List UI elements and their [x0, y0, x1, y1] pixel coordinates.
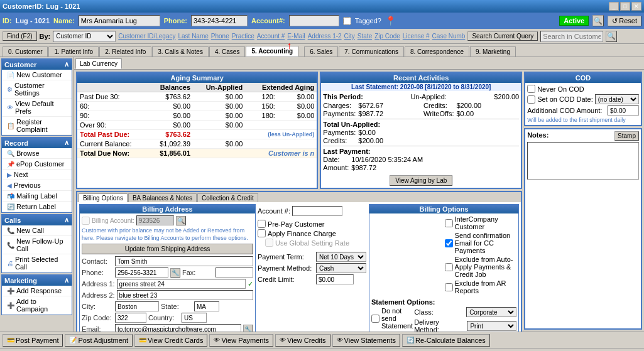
address2-input[interactable]	[117, 290, 253, 300]
finance-charge-checkbox[interactable]	[258, 229, 266, 237]
search-in-customer-input[interactable]	[540, 31, 603, 42]
customer-id-legacy-link[interactable]: Customer ID/Legacy	[118, 33, 175, 40]
sidebar-customer-header[interactable]: Customer ∧	[2, 59, 72, 70]
tab-calls-notes[interactable]: 3. Calls & Notes	[152, 46, 209, 57]
send-confirmation-checkbox[interactable]	[445, 239, 453, 247]
reset-btn[interactable]: ↺ Reset	[608, 16, 641, 26]
last-name-link[interactable]: Last Name	[178, 33, 208, 40]
do-not-send-checkbox[interactable]	[371, 315, 379, 323]
close-btn[interactable]: ✕	[631, 2, 641, 11]
sidebar-item-view-default-prefs[interactable]: 👁 View Default Prefs	[2, 99, 72, 117]
email-input[interactable]	[115, 324, 241, 332]
intercompany-checkbox[interactable]	[445, 219, 453, 227]
sidebar-item-previous[interactable]: ◀ Previous	[2, 180, 72, 191]
practice-link[interactable]: Practice	[232, 33, 254, 40]
notes-textarea[interactable]	[527, 142, 639, 180]
email-link[interactable]: E-Mail	[287, 33, 305, 40]
sidebar-item-new-customer[interactable]: 📄 New Customer	[2, 70, 72, 80]
zip-link[interactable]: Zip Code	[374, 33, 400, 40]
never-on-cod-checkbox[interactable]	[527, 85, 535, 93]
sidebar-item-add-response[interactable]: ➕ Add Response	[2, 286, 72, 296]
recalculate-balances-btn[interactable]: 🔄 Re-Calculate Balances	[402, 334, 490, 347]
sidebar-item-new-call[interactable]: 📞 New Call	[2, 225, 72, 236]
tab-customer[interactable]: 0. Customer	[3, 46, 48, 57]
billing-tab-collection[interactable]: Collection & Credit	[197, 193, 258, 202]
view-payments-btn[interactable]: 👁 View Payments	[209, 334, 273, 347]
account-num-input[interactable]	[292, 206, 342, 216]
sidebar-item-return-label[interactable]: 🔄 Return Label	[2, 202, 72, 212]
post-payment-btn[interactable]: 💳 Post Payment	[3, 334, 63, 347]
account-hash-link[interactable]: Account #	[257, 33, 285, 40]
tab-cases[interactable]: 4. Cases	[209, 46, 245, 57]
minimize-btn[interactable]: _	[609, 2, 619, 11]
sidebar-item-add-campaign[interactable]: ➕ Add to Campaign	[2, 296, 72, 315]
zip-input[interactable]	[115, 313, 146, 323]
payment-term-select[interactable]: Net 10 Days	[316, 252, 366, 262]
find-btn[interactable]: Find (F2)	[3, 31, 37, 41]
sidebar-item-browse[interactable]: 🔍 Browse	[2, 148, 72, 159]
aging-row-90: 90: $0.00 $0.00 180: $0.00	[77, 111, 317, 121]
search-current-query-btn[interactable]: Search Current Query	[467, 31, 538, 41]
country-input[interactable]	[182, 313, 207, 323]
sidebar-item-mailing-label[interactable]: 📬 Mailing Label	[2, 191, 72, 202]
sidebar-item-customer-settings[interactable]: ⚙ Customer Settings	[2, 80, 72, 99]
search-icon-btn[interactable]: 🔍	[592, 15, 604, 26]
cod-date-select[interactable]: (no date)	[595, 94, 639, 104]
update-from-shipping-btn[interactable]: Update from Shipping Address	[82, 244, 253, 254]
delivery-method-select[interactable]: Print	[467, 321, 516, 331]
sidebar-item-next[interactable]: ▶ Next	[2, 170, 72, 180]
sidebar-item-register-complaint[interactable]: 📋 Register Complaint	[2, 117, 72, 135]
credit-limit-input[interactable]	[316, 274, 354, 284]
exclude-auto-apply-checkbox[interactable]	[445, 263, 453, 271]
sidebar-calls-header[interactable]: Calls ∧	[2, 215, 72, 225]
name-input[interactable]	[79, 15, 160, 26]
address1-input[interactable]	[117, 279, 246, 289]
set-on-cod-checkbox[interactable]	[527, 95, 535, 104]
phone-input[interactable]	[191, 15, 248, 26]
contact-input[interactable]	[115, 256, 253, 266]
view-aging-btn[interactable]: View Aging by Lab	[390, 175, 452, 186]
post-adjustment-btn[interactable]: 📝 Post Adjustment	[65, 334, 133, 347]
license-link[interactable]: License #	[403, 33, 430, 40]
sidebar-item-new-followup[interactable]: 📞 New Follow-Up Call	[2, 236, 72, 254]
billing-account-search-btn[interactable]: 🔍	[176, 216, 186, 225]
account-input[interactable]	[289, 15, 339, 26]
tab-related-info[interactable]: 2. Related Info	[99, 46, 151, 57]
tab-correspondence[interactable]: 8. Correspondence	[405, 46, 469, 57]
by-select[interactable]: Customer ID Customer ID/Legacy Last Name…	[53, 31, 116, 42]
view-statements-btn[interactable]: 👁 View Statements	[332, 334, 400, 347]
address-link[interactable]: Address 1-2	[308, 33, 342, 40]
fax-input[interactable]	[216, 267, 253, 278]
stamp-btn[interactable]: Stamp	[614, 131, 639, 141]
sidebar-record-header[interactable]: Record ∧	[2, 138, 72, 148]
city-link[interactable]: City	[344, 33, 355, 40]
tab-communications[interactable]: 7. Communications	[339, 46, 404, 57]
tagged-checkbox[interactable]	[343, 17, 351, 25]
phone-tool-btn[interactable]: 🔧	[170, 268, 180, 278]
tab-marketing[interactable]: 9. Marketing	[470, 46, 516, 57]
view-credits-btn[interactable]: 👁 View Credits	[275, 334, 330, 347]
billing-tab-balances-notes[interactable]: BA Balances & Notes	[128, 193, 197, 202]
restore-btn[interactable]: □	[620, 2, 630, 11]
city-input[interactable]	[115, 301, 159, 311]
search-in-customer-icon[interactable]: 🔍	[606, 31, 617, 42]
prepay-checkbox[interactable]	[258, 220, 266, 228]
casenumber-link[interactable]: Case Numb	[432, 33, 466, 40]
payment-method-select[interactable]: Cash	[316, 263, 366, 273]
exclude-ar-checkbox[interactable]	[445, 283, 453, 291]
tab-sales[interactable]: 6. Sales	[304, 46, 338, 57]
state-input[interactable]	[194, 301, 219, 311]
state-link[interactable]: State	[357, 33, 372, 40]
additional-cod-input[interactable]	[608, 105, 639, 116]
view-credit-cards-btn[interactable]: 💳 View Credit Cards	[134, 334, 207, 347]
class-select[interactable]: Corporate	[466, 307, 516, 317]
sidebar-marketing-header[interactable]: Marketing ∧	[2, 275, 72, 286]
billing-tab-options[interactable]: Billing Options	[79, 193, 128, 202]
sidebar-item-print-call[interactable]: 🖨 Print Selected Call	[2, 254, 72, 273]
tab-lab-currency[interactable]: Lab Currency	[75, 58, 122, 69]
phone-link[interactable]: Phone	[211, 33, 229, 40]
phone-field-input[interactable]	[115, 267, 168, 278]
tab-patient-info[interactable]: 1. Patient Info	[48, 46, 99, 57]
email-tool-btn[interactable]: 🔧	[243, 325, 253, 332]
sidebar-item-epop[interactable]: 📌 ePop Customer	[2, 159, 72, 170]
